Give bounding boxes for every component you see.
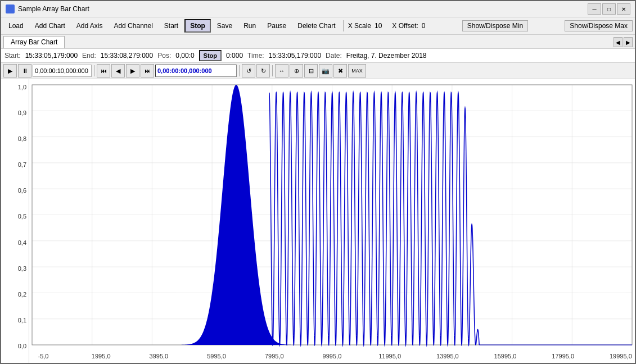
pos-value: 0,00:0 xyxy=(175,52,194,60)
date-value: Freitag, 7. Dezember 2018 xyxy=(346,52,427,60)
x-label-9: 17995,0 xyxy=(549,353,577,363)
start-value: 15:33:05,179:000 xyxy=(25,52,78,60)
y-axis: 1,0 0,9 0,8 0,7 0,6 0,5 0,4 0,3 0,2 0,1 … xyxy=(1,79,29,363)
load-button[interactable]: Load xyxy=(3,19,29,33)
delete-tool-button[interactable]: ✖ xyxy=(333,64,347,78)
separator-1 xyxy=(343,20,344,31)
y-label-3: 0,3 xyxy=(3,265,26,272)
zoom-in-button[interactable]: ⊕ xyxy=(290,64,303,78)
y-label-5: 0,5 xyxy=(3,213,26,220)
minimize-button[interactable]: ─ xyxy=(588,3,601,15)
end-value: 15:33:08,279:000 xyxy=(101,52,153,60)
xscale-value: 10 xyxy=(375,22,382,30)
x-label-8: 15995,0 xyxy=(491,353,520,363)
pause-tool-button[interactable]: ⏸ xyxy=(18,64,31,78)
x-label-3: 5995,0 xyxy=(202,353,231,363)
end-button[interactable]: ⏭ xyxy=(141,64,154,78)
refresh2-button[interactable]: ↻ xyxy=(256,64,270,78)
tabs-bar: Array Bar Chart ◀ ▶ xyxy=(1,35,635,49)
add-axis-button[interactable]: Add Axis xyxy=(71,19,108,33)
x-label-6: 11995,0 xyxy=(376,353,404,363)
xscale-label: X Scale xyxy=(348,22,371,30)
x-label-2: 3995,0 xyxy=(145,353,173,363)
window-title: Sample Array Bar Chart xyxy=(18,5,584,13)
tab-array-bar-chart[interactable]: Array Bar Chart xyxy=(3,36,65,48)
app-icon xyxy=(6,4,15,13)
title-bar: Sample Array Bar Chart ─ □ ✕ xyxy=(1,1,635,17)
time-label: Time: xyxy=(247,52,264,60)
delete-chart-button[interactable]: Delete Chart xyxy=(292,19,340,33)
chart-area[interactable]: -5,01995,03995,05995,07995,09995,011995,… xyxy=(29,79,635,363)
pause-button[interactable]: Pause xyxy=(262,19,291,33)
show-dispose-min-button[interactable]: Show/Dispose Min xyxy=(462,20,528,31)
y-label-9: 0,9 xyxy=(3,110,26,116)
chart-wrapper: 1,0 0,9 0,8 0,7 0,6 0,5 0,4 0,3 0,2 0,1 … xyxy=(1,79,635,363)
time-display: 0,00:00:00,000:000 xyxy=(155,65,237,77)
start-label: Start: xyxy=(4,52,21,60)
time-value: 15:33:05,179:000 xyxy=(269,52,321,60)
x-label-7: 13995,0 xyxy=(434,353,462,363)
add-chart-button[interactable]: Add Chart xyxy=(30,19,70,33)
xoffset-value: 0 xyxy=(422,22,426,30)
toolbar: ▶ ⏸ ⏮ ◀ ▶ ⏭ 0,00:00:00,000:000 ↺ ↻ ↔ ⊕ ⊟… xyxy=(1,63,635,79)
save-button[interactable]: Save xyxy=(212,19,237,33)
chart-canvas xyxy=(29,79,635,351)
y-label-4: 0,4 xyxy=(3,239,26,246)
maximize-button[interactable]: □ xyxy=(602,3,616,15)
tab-nav-left[interactable]: ◀ xyxy=(614,37,623,47)
y-label-0: 0,0 xyxy=(3,343,26,349)
main-window: Sample Array Bar Chart ─ □ ✕ Load Add Ch… xyxy=(0,0,636,364)
x-axis: -5,01995,03995,05995,07995,09995,011995,… xyxy=(29,351,635,363)
x-label-0: -5,0 xyxy=(29,353,57,363)
start-button[interactable]: Start xyxy=(159,19,183,33)
x-label-4: 7995,0 xyxy=(260,353,288,363)
toolbar-sep-3 xyxy=(272,65,273,76)
forward-button[interactable]: ▶ xyxy=(126,64,139,78)
y-label-1: 0,1 xyxy=(3,317,26,324)
close-button[interactable]: ✕ xyxy=(617,3,630,15)
y-label-7: 0,7 xyxy=(3,161,26,168)
zoom-out-button[interactable]: ⊟ xyxy=(304,64,318,78)
y-label-6: 0,6 xyxy=(3,187,26,194)
menu-bar: Load Add Chart Add Axis Add Channel Star… xyxy=(1,17,635,35)
add-channel-button[interactable]: Add Channel xyxy=(109,19,157,33)
x-label-1: 1995,0 xyxy=(87,353,115,363)
end-label: End: xyxy=(82,52,96,60)
tab-navigation: ◀ ▶ xyxy=(614,37,633,47)
rewind-button[interactable]: ⏮ xyxy=(97,64,110,78)
stop-button[interactable]: Stop xyxy=(184,19,211,33)
y-label-8: 0,8 xyxy=(3,135,26,142)
time-input[interactable] xyxy=(33,65,92,77)
window-controls: ─ □ ✕ xyxy=(588,3,630,15)
show-dispose-max-button[interactable]: Show/Dispose Max xyxy=(565,20,633,31)
play-button[interactable]: ▶ xyxy=(3,64,17,78)
info-bar: Start: 15:33:05,179:000 End: 15:33:08,27… xyxy=(1,49,635,63)
x-label-5: 9995,0 xyxy=(318,353,346,363)
pos-label: Pos: xyxy=(157,52,171,60)
xoffset-label: X Offset: xyxy=(392,22,418,30)
pos2-value: 0:000 xyxy=(226,52,243,60)
max-button[interactable]: MAX xyxy=(348,64,366,78)
date-label: Date: xyxy=(326,52,342,60)
run-button[interactable]: Run xyxy=(238,19,261,33)
y-label-10: 1,0 xyxy=(3,84,26,90)
toolbar-sep-1 xyxy=(94,65,94,76)
y-label-2: 0,2 xyxy=(3,291,26,298)
refresh-button[interactable]: ↺ xyxy=(242,64,255,78)
tab-nav-right[interactable]: ▶ xyxy=(624,37,633,47)
camera-button[interactable]: 📷 xyxy=(319,64,332,78)
x-label-10: 19995,0 xyxy=(607,353,635,363)
info-stop-button[interactable]: Stop xyxy=(199,50,222,61)
toolbar-sep-2 xyxy=(239,65,240,76)
zoom-fit-button[interactable]: ↔ xyxy=(275,64,288,78)
prev-button[interactable]: ◀ xyxy=(111,64,125,78)
